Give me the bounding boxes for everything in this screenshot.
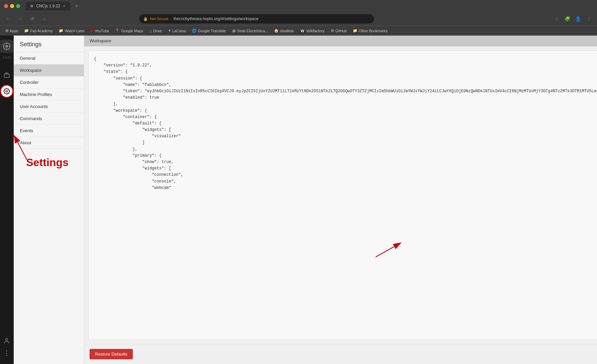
other-bookmarks-icon: 📁 xyxy=(353,29,358,33)
home-button[interactable]: ⌂ xyxy=(40,14,49,23)
bookmark-apps-label: Apps xyxy=(10,29,18,33)
maximize-button[interactable] xyxy=(16,4,20,8)
wikifactory-icon: W xyxy=(300,29,305,33)
bookmark-wikifactory[interactable]: W Wikifactory xyxy=(297,28,327,34)
security-indicator: 🔒 xyxy=(143,17,148,21)
bookmark-github-label: GitHub xyxy=(335,29,347,33)
drive-icon: △ xyxy=(149,29,152,33)
github-icon: ⚙ xyxy=(331,29,334,33)
forward-button[interactable]: → xyxy=(15,14,25,23)
bookmark-drive[interactable]: △ Drive xyxy=(147,28,165,34)
bookmark-lacaixa-label: LaCaixa xyxy=(172,29,186,33)
svg-point-1 xyxy=(5,45,8,48)
bookmark-lacaixa[interactable]: ✦ LaCaixa xyxy=(165,28,188,34)
sidebar-machine-button[interactable] xyxy=(0,68,13,82)
bookmark-wikifactory-label: Wikifactory xyxy=(307,29,325,33)
url-bar[interactable]: 🔒 Not Secure | thecncbythesea.hopto.org/… xyxy=(139,14,374,23)
bookmark-google-maps[interactable]: 📍 Google Maps xyxy=(112,28,146,34)
bookmark-watch-later[interactable]: 📁 Watch Later xyxy=(56,28,87,34)
bookmark-youtube[interactable]: ▶ YouTube xyxy=(88,28,112,34)
settings-menu-button[interactable]: ⋮ xyxy=(584,14,594,23)
bookmark-google-translate-label: Google Translate xyxy=(198,29,226,33)
nav-item-events[interactable]: Events xyxy=(14,125,84,137)
settings-content-area: { "version": "1.9.22", "state": { "sessi… xyxy=(84,46,597,344)
bookmarks-bar: ⊞ Apps 📁 Fab Academy 📁 Watch Later ▶ You… xyxy=(0,25,597,36)
apps-icon: ⊞ xyxy=(5,29,8,33)
close-button[interactable] xyxy=(4,4,8,8)
bookmark-youtube-label: YouTube xyxy=(95,29,109,33)
settings-title: Settings xyxy=(14,36,84,52)
settings-nav: Settings General Workspace Controller Ma… xyxy=(14,36,84,364)
folder-icon: 📁 xyxy=(24,29,29,33)
lacaixa-icon: ✦ xyxy=(168,29,171,33)
bookmark-google-maps-label: Google Maps xyxy=(121,29,143,33)
settings-footer: Restore Defaults ⬆ Import ⬇ Export xyxy=(84,344,597,364)
nav-item-about[interactable]: About xyxy=(14,137,84,149)
bookmark-sede[interactable]: 🏛 Sede Electrónica... xyxy=(229,28,271,34)
settings-container: Settings General Workspace Controller Ma… xyxy=(14,36,597,364)
app-version: 1.9.22 xyxy=(2,56,11,59)
app-sidebar: 1.9.22 xyxy=(0,36,14,364)
url-text: thecncbythesea.hopto.org/#/settings/work… xyxy=(173,16,259,21)
bookmark-sede-label: Sede Electrónica... xyxy=(237,29,268,33)
bookmark-other-label: Other Bookmarks xyxy=(359,29,388,33)
bookmark-fab-academy[interactable]: 📁 Fab Academy xyxy=(21,28,55,34)
nav-item-general[interactable]: General xyxy=(14,52,84,64)
restore-defaults-button[interactable]: Restore Defaults xyxy=(90,349,133,359)
bookmark-apps[interactable]: ⊞ Apps xyxy=(3,28,21,34)
nav-item-controller[interactable]: Controller xyxy=(14,76,84,89)
json-viewer[interactable]: { "version": "1.9.22", "state": { "sessi… xyxy=(88,50,597,340)
new-tab-button[interactable]: + xyxy=(75,3,78,9)
svg-point-11 xyxy=(6,339,8,341)
idealista-icon: 🏠 xyxy=(274,29,279,33)
settings-section-header: Workspace xyxy=(84,36,597,46)
svg-point-10 xyxy=(6,91,8,92)
sidebar-user-button[interactable] xyxy=(3,337,10,346)
youtube-icon: ▶ xyxy=(91,29,93,33)
minimize-button[interactable] xyxy=(10,4,14,8)
nav-item-machine-profiles[interactable]: Machine Profiles xyxy=(14,89,84,101)
translate-icon: 🌐 xyxy=(192,29,197,33)
tab-title: CNCjs 1.9.22 xyxy=(36,4,60,8)
reload-button[interactable]: ↺ xyxy=(28,14,37,23)
svg-rect-6 xyxy=(4,74,9,77)
settings-section-title: Workspace xyxy=(90,38,111,43)
bookmark-watch-later-label: Watch Later xyxy=(65,29,85,33)
sede-icon: 🏛 xyxy=(232,29,236,33)
sidebar-more-button[interactable]: ⋮ xyxy=(4,349,10,357)
bookmark-fab-academy-label: Fab Academy xyxy=(30,29,53,33)
extensions-button[interactable]: 🧩 xyxy=(563,14,572,23)
bookmark-drive-label: Drive xyxy=(153,29,162,33)
bookmark-idealista[interactable]: 🏠 idealista xyxy=(271,28,296,34)
bookmark-google-translate[interactable]: 🌐 Google Translate xyxy=(189,28,229,34)
tab-close-button[interactable]: ✕ xyxy=(63,4,65,8)
nav-item-workspace[interactable]: Workspace xyxy=(14,64,84,76)
nav-item-commands[interactable]: Commands xyxy=(14,113,84,125)
profile-button[interactable]: 👤 xyxy=(574,14,583,23)
folder-icon-2: 📁 xyxy=(59,29,63,33)
maps-icon: 📍 xyxy=(115,29,120,33)
app-logo[interactable] xyxy=(0,40,13,53)
sidebar-settings-button[interactable] xyxy=(0,85,13,98)
url-protocol: Not Secure xyxy=(150,17,168,21)
bookmark-button[interactable]: ☆ xyxy=(552,14,561,23)
back-button[interactable]: ← xyxy=(3,14,13,23)
bookmark-idealista-label: idealista xyxy=(280,29,293,33)
nav-item-user-accounts[interactable]: User Accounts xyxy=(14,101,84,113)
bookmark-github[interactable]: ⚙ GitHub xyxy=(328,28,349,34)
settings-main: Workspace { "version": "1.9.22", "state"… xyxy=(84,36,597,364)
bookmark-other[interactable]: 📁 Other Bookmarks xyxy=(350,28,390,34)
browser-tab[interactable]: ⚙ CNCjs 1.9.22 ✕ xyxy=(25,2,70,10)
